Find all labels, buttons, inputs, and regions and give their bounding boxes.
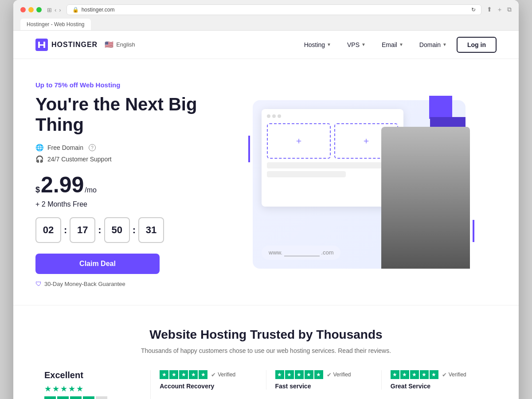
nav-hosting[interactable]: Hosting ▼ bbox=[298, 38, 337, 52]
mock-dots bbox=[267, 114, 398, 118]
sidebar-icon[interactable]: ⊞ bbox=[47, 7, 52, 13]
tp-star: ★ bbox=[179, 370, 188, 379]
countdown-timer: 02 : 17 : 50 : 31 bbox=[35, 217, 222, 243]
mock-bar-1 bbox=[267, 162, 398, 168]
tp-star: ★ bbox=[189, 370, 198, 379]
deco-line-right bbox=[473, 220, 474, 242]
tp-star: ★ bbox=[314, 370, 323, 379]
check-icon: ✔ bbox=[442, 372, 447, 378]
nav-email[interactable]: Email ▼ bbox=[376, 38, 410, 52]
hero-title: You're the Next Big Thing bbox=[35, 94, 222, 135]
minimize-button[interactable] bbox=[28, 7, 34, 12]
star-icon: ★ bbox=[76, 384, 83, 394]
mock-url-underline bbox=[284, 249, 320, 256]
countdown-seconds: 31 bbox=[138, 217, 164, 243]
tp-star: ★ bbox=[391, 370, 399, 379]
address-bar[interactable]: 🔒 hostinger.com ↻ bbox=[66, 4, 481, 15]
review-card-1: ★ ★ ★ ★ ★ ✔ Verified Account Recovery bbox=[151, 370, 266, 390]
mock-url-bar: www. .com bbox=[262, 246, 340, 260]
rating-bar-row bbox=[44, 396, 141, 399]
tp-star: ★ bbox=[199, 370, 207, 379]
tp-star: ★ bbox=[295, 370, 304, 379]
login-button[interactable]: Log in bbox=[457, 37, 497, 53]
claim-deal-button[interactable]: Claim Deal bbox=[35, 254, 160, 274]
close-button[interactable] bbox=[20, 7, 26, 12]
hero-visual: ＋ ＋ www. .com bbox=[253, 100, 466, 269]
browser-tab[interactable]: Hostinger - Web Hosting bbox=[20, 19, 91, 30]
reload-icon[interactable]: ↻ bbox=[471, 7, 476, 13]
tp-stars: ★ ★ ★ ★ ★ bbox=[391, 370, 438, 379]
rating-bar bbox=[83, 396, 94, 399]
mock-bar-2 bbox=[267, 171, 346, 177]
mock-add-box-1: ＋ bbox=[267, 123, 331, 159]
rating-bar bbox=[70, 396, 82, 399]
countdown-hours: 17 bbox=[70, 217, 95, 243]
features-list: 🌐 Free Domain ? 🎧 24/7 Customer Support bbox=[35, 144, 222, 163]
hero-section: Up to 75% off Web Hosting You're the Nex… bbox=[13, 59, 519, 305]
review-header: ★ ★ ★ ★ ★ ✔ Verified bbox=[391, 370, 488, 379]
check-icon: ✔ bbox=[327, 372, 332, 378]
star-icon: ★ bbox=[44, 384, 51, 394]
feature-domain: 🌐 Free Domain ? bbox=[35, 144, 222, 152]
rating-bar bbox=[44, 396, 56, 399]
browser-chrome: ⊞ ‹ › 🔒 hostinger.com ↻ ⬆ ＋ ⧉ Hostinger … bbox=[13, 0, 519, 31]
verified-badge: ✔ Verified bbox=[327, 372, 351, 378]
review-title: Fast service bbox=[275, 383, 372, 390]
person-image bbox=[381, 127, 470, 269]
star-icon: ★ bbox=[60, 384, 67, 394]
nav-vps[interactable]: VPS ▼ bbox=[341, 38, 372, 52]
countdown-separator: : bbox=[98, 224, 101, 236]
help-icon[interactable]: ? bbox=[89, 144, 96, 151]
person-silhouette bbox=[381, 127, 470, 269]
trustpilot-stars: ★ ★ ★ ★ ★ bbox=[44, 384, 141, 394]
back-icon[interactable]: ‹ bbox=[55, 7, 56, 13]
months-free-label: + 2 Months Free bbox=[35, 200, 222, 208]
browser-window: ⊞ ‹ › 🔒 hostinger.com ↻ ⬆ ＋ ⧉ Hostinger … bbox=[13, 0, 519, 399]
new-tab-icon[interactable]: ＋ bbox=[497, 6, 503, 14]
tp-star: ★ bbox=[430, 370, 438, 379]
tp-stars: ★ ★ ★ ★ ★ bbox=[275, 370, 323, 379]
nav-domain[interactable]: Domain ▼ bbox=[413, 38, 453, 52]
star-icon: ★ bbox=[68, 384, 75, 394]
review-title: Account Recovery bbox=[160, 383, 257, 390]
rating-bar bbox=[96, 396, 107, 399]
shield-icon: 🛡 bbox=[35, 280, 42, 287]
chevron-down-icon: ▼ bbox=[442, 42, 447, 47]
countdown-separator: : bbox=[64, 224, 67, 236]
tp-stars: ★ ★ ★ ★ ★ bbox=[160, 370, 207, 379]
share-icon[interactable]: ⬆ bbox=[487, 6, 492, 14]
review-header: ★ ★ ★ ★ ★ ✔ Verified bbox=[160, 370, 257, 379]
maximize-button[interactable] bbox=[36, 7, 42, 12]
traffic-lights bbox=[20, 7, 42, 12]
language-selector[interactable]: 🇺🇸 English bbox=[105, 40, 135, 49]
browser-nav-controls: ⊞ ‹ › bbox=[47, 7, 61, 13]
tabs-icon[interactable]: ⧉ bbox=[507, 6, 512, 14]
countdown-minutes: 50 bbox=[104, 217, 130, 243]
price-section: $ 2.99 /mo bbox=[35, 174, 222, 196]
review-header: ★ ★ ★ ★ ★ ✔ Verified bbox=[275, 370, 372, 379]
tp-star: ★ bbox=[160, 370, 168, 379]
countdown-days: 02 bbox=[35, 217, 61, 243]
tp-star: ★ bbox=[400, 370, 409, 379]
verified-badge: ✔ Verified bbox=[442, 372, 466, 378]
tp-star: ★ bbox=[285, 370, 294, 379]
mock-dot bbox=[272, 114, 276, 118]
countdown-separator: : bbox=[133, 224, 136, 236]
trusted-subtitle: Thousands of happy customers chose to us… bbox=[35, 347, 497, 354]
logo[interactable]: HOSTINGER bbox=[35, 39, 98, 51]
offer-tag: Up to 75% off Web Hosting bbox=[35, 81, 222, 89]
feature-support: 🎧 24/7 Customer Support bbox=[35, 155, 222, 163]
trusted-section: Website Hosting Trusted by Thousands Tho… bbox=[13, 305, 519, 399]
check-icon: ✔ bbox=[211, 372, 216, 378]
tp-star: ★ bbox=[305, 370, 313, 379]
tp-star: ★ bbox=[410, 370, 419, 379]
globe-icon: 🌐 bbox=[35, 144, 44, 152]
review-title: Great Service bbox=[391, 383, 488, 390]
rating-bar bbox=[57, 396, 69, 399]
forward-icon[interactable]: › bbox=[59, 7, 61, 13]
chevron-down-icon: ▼ bbox=[399, 42, 403, 47]
review-card-3: ★ ★ ★ ★ ★ ✔ Verified Great Service bbox=[382, 370, 497, 390]
reviews-row: Excellent ★ ★ ★ ★ ★ bbox=[35, 370, 497, 399]
verified-badge: ✔ Verified bbox=[211, 372, 235, 378]
navbar-right: Hosting ▼ VPS ▼ Email ▼ Domain ▼ Log in bbox=[298, 37, 497, 53]
